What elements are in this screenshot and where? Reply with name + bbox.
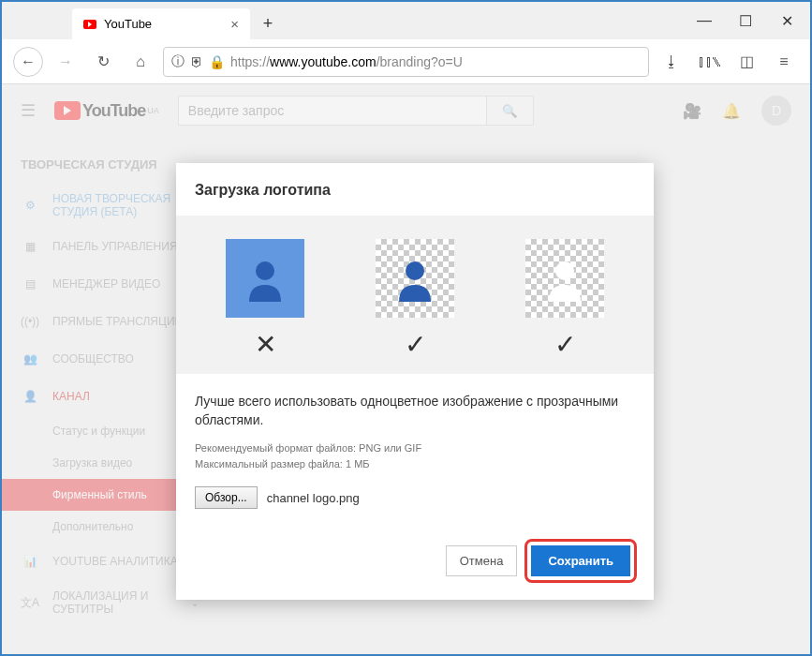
svg-point-1 [406, 261, 424, 280]
new-tab-button[interactable]: + [254, 9, 282, 37]
notifications-icon[interactable]: 🔔 [722, 102, 741, 120]
create-icon[interactable]: 🎥 [683, 102, 701, 120]
svg-point-0 [256, 261, 274, 280]
check-icon: ✓ [405, 329, 426, 360]
cross-icon: ✕ [255, 329, 276, 360]
video-icon: ▤ [21, 275, 39, 293]
window-close[interactable]: ✕ [780, 14, 793, 27]
menu-button[interactable]: ≡ [769, 47, 799, 77]
info-icon[interactable]: ⓘ [171, 53, 185, 70]
yt-logo-text: YouTube [82, 101, 145, 121]
yt-search: 🔍 [178, 96, 534, 126]
save-button[interactable]: Сохранить [531, 545, 630, 576]
hamburger-icon[interactable]: ☰ [21, 100, 36, 121]
community-icon: 👥 [21, 350, 39, 368]
modal-description: Лучше всего использовать одноцветное изо… [195, 393, 635, 429]
avatar[interactable]: D [761, 96, 791, 126]
search-input[interactable] [178, 96, 487, 126]
tracking-icon[interactable]: ⛨ [190, 54, 203, 69]
window-minimize[interactable]: — [698, 14, 711, 27]
svg-point-2 [555, 261, 574, 280]
dashboard-icon: ▦ [21, 237, 39, 256]
url-text: https://www.youtube.com/branding?o=U [230, 54, 463, 69]
thumb-transparent-blue [376, 239, 454, 318]
forward-button[interactable]: → [51, 47, 81, 77]
sidebar-button[interactable]: ◫ [731, 47, 761, 77]
tab-close-icon[interactable]: × [230, 16, 239, 32]
example-good-blue: ✓ [376, 239, 454, 360]
downloads-button[interactable]: ⭳ [657, 47, 687, 77]
tab-title: YouTube [104, 17, 152, 31]
save-highlight: Сохранить [524, 539, 637, 583]
browse-button[interactable]: Обзор... [195, 486, 258, 509]
selected-filename: channel logo.png [267, 491, 360, 505]
analytics-icon: 📊 [21, 552, 39, 571]
back-button[interactable]: ← [13, 47, 43, 77]
window-maximize[interactable]: ☐ [739, 14, 752, 27]
url-bar[interactable]: ⓘ ⛨ 🔒 https://www.youtube.com/branding?o… [163, 47, 649, 77]
library-button[interactable]: ⫿⫿⑊ [694, 47, 724, 77]
nav-bar: ← → ↻ ⌂ ⓘ ⛨ 🔒 https://www.youtube.com/br… [2, 39, 810, 84]
yt-region: UA [147, 106, 159, 115]
live-icon: ((•)) [21, 312, 39, 331]
home-button[interactable]: ⌂ [125, 47, 155, 77]
modal-hint: Рекомендуемый формат файлов: PNG или GIF… [195, 440, 635, 471]
person-icon [391, 255, 438, 302]
tab-bar: YouTube × + [2, 2, 810, 39]
translate-icon: 文A [21, 593, 39, 612]
yt-logo-icon [54, 101, 81, 120]
modal-examples: ✕ ✓ ✓ [176, 216, 654, 374]
upload-logo-modal: Загрузка логотипа ✕ ✓ ✓ Лучше всего испо… [176, 163, 654, 600]
yt-logo[interactable]: YouTube UA [54, 101, 159, 121]
gear-icon: ⚙ [21, 196, 39, 215]
person-icon [541, 255, 588, 302]
example-bad: ✕ [226, 239, 304, 360]
user-icon: 👤 [21, 387, 39, 406]
modal-title: Загрузка логотипа [176, 163, 654, 216]
cancel-button[interactable]: Отмена [446, 545, 518, 576]
search-button[interactable]: 🔍 [487, 96, 534, 126]
person-icon [242, 255, 288, 302]
lock-icon: 🔒 [209, 54, 225, 69]
browser-tab[interactable]: YouTube × [72, 8, 250, 39]
reload-button[interactable]: ↻ [88, 47, 118, 77]
thumb-solid [226, 239, 304, 318]
tab-favicon [83, 20, 96, 29]
yt-header: ☰ YouTube UA 🔍 🎥 🔔 D [2, 84, 810, 137]
example-good-white: ✓ [525, 239, 604, 360]
check-icon: ✓ [554, 329, 576, 360]
thumb-transparent-white [525, 239, 604, 318]
